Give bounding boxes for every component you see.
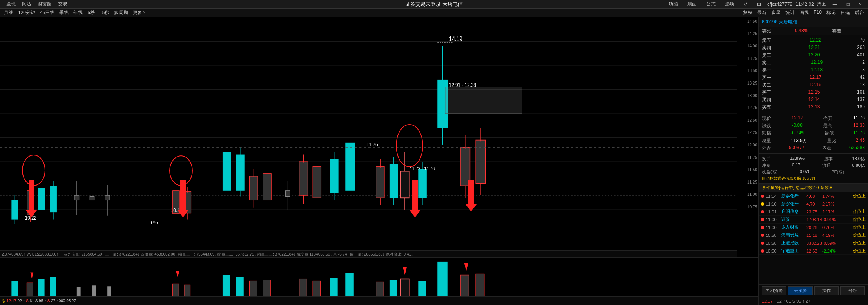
down-arrow-2-head (178, 210, 188, 217)
tb-f10[interactable]: F10 (811, 9, 824, 16)
jingzi-val: 0.17 (792, 162, 800, 168)
svg-text:11.76: 11.76 (366, 141, 378, 148)
menu-gongneng[interactable]: 功能 (665, 1, 681, 7)
alert-action-6[interactable]: 价位上 (853, 232, 866, 238)
shouyi-val: -0.070 (798, 169, 810, 175)
svg-rect-103 (249, 281, 257, 296)
svg-text:14.19: 14.19 (449, 35, 462, 43)
menu-settings-icon[interactable]: ⊡ (754, 2, 764, 7)
period-multiperiod[interactable]: 多周期 (112, 9, 130, 16)
alert-action-7[interactable]: 价位上 (853, 240, 866, 246)
sell-3-price: 12.20 (808, 52, 820, 59)
svg-rect-27 (105, 195, 110, 200)
period-120min[interactable]: 120分钟 (16, 9, 38, 16)
huanshou-row: 换手 12.89% 股本 13.0亿 (762, 155, 865, 162)
huanshou-label: 换手 (762, 156, 770, 162)
alerts-panel: 条件预警[运行中] 总品种数:10 条数:8 11:14 新乡化纤 4.68 1… (759, 184, 868, 284)
alert-action-1[interactable]: 价位上 (853, 193, 866, 199)
current-price-val: 12.17 (792, 115, 803, 122)
alert-row-1[interactable]: 11:14 新乡化纤 4.68 1.74% 价位上 (759, 192, 868, 200)
alert-row-3[interactable]: 11:01 启明信息 23.75 2.17% 价位上 (759, 208, 868, 216)
alert-time-6: 10:58 (766, 233, 780, 238)
svg-rect-106 (313, 281, 321, 296)
mini-stats: 92 ↑ 61 S 95 ↑ 27 (777, 299, 811, 303)
open-val: 11.76 (853, 115, 865, 122)
alert-time-3: 11:01 (766, 209, 780, 214)
alert-row-8[interactable]: 10:50 宇通重工 12.63 -2.24% 价位上 (759, 247, 868, 255)
alert-action-4[interactable]: 价位上 (853, 217, 866, 222)
sell-1-price: 12.18 (811, 67, 823, 74)
analysis-btn[interactable]: 分析 (840, 286, 865, 295)
price-tick-10: 12.25 (738, 130, 757, 135)
svg-rect-51 (313, 166, 321, 198)
cloud-alert-btn[interactable]: 云预警 (788, 286, 813, 295)
alert-name-1: 新乡化纤 (781, 193, 805, 199)
tb-houtai[interactable]: 后台 (852, 9, 866, 16)
sell-4-row: 卖四 12.21 268 (759, 44, 868, 52)
close-alert-btn[interactable]: 关闭预警 (762, 286, 786, 295)
weichai-label: 委差 (832, 28, 841, 34)
down-arrow-1 (29, 180, 34, 211)
period-quarter[interactable]: 季线 (57, 9, 71, 16)
menu-shuamian[interactable]: 刷面 (684, 1, 700, 7)
stock-code: 600198 大唐电信 (762, 19, 797, 25)
period-5s[interactable]: 5秒 (85, 9, 97, 16)
period-month[interactable]: 月线 (2, 9, 16, 16)
bottom-buttons: 关闭预警 云预警 操作 分析 (759, 284, 868, 297)
alert-name-2: 新乡化纤 (781, 201, 805, 207)
totalamt-label: 总量 (762, 137, 771, 144)
alert-row-6[interactable]: 10:58 海南发展 11.18 4.19% 价位上 (759, 231, 868, 239)
change-label: 涨跌 (762, 123, 771, 129)
buy-4-vol: 137 (857, 97, 865, 103)
alert-action-5[interactable]: 价位上 (853, 224, 866, 230)
svg-rect-113 (437, 262, 447, 296)
period-15s[interactable]: 15秒 (97, 9, 112, 16)
alert-row-5[interactable]: 11:00 东方财富 20.26 0.76% 价位上 (759, 224, 868, 231)
sell-5-label: 卖五 (762, 37, 771, 44)
volume-chart[interactable] (0, 257, 758, 296)
candlestick-chart[interactable]: 14.19 12.91 - 12.38 11.76 11.73 - 11.76 … (0, 17, 758, 258)
menu-gongshi[interactable]: 公式 (703, 1, 719, 7)
period-year[interactable]: 年线 (71, 9, 85, 16)
menu-caifuquan[interactable]: 财富圈 (34, 1, 55, 7)
chart-area[interactable]: 880490 (0, 17, 758, 305)
window-maximize[interactable]: □ (844, 2, 853, 7)
menu-wenda[interactable]: 问达 (19, 1, 34, 7)
buy-2-price: 12.16 (810, 82, 821, 88)
mini-price: 12.17 (762, 299, 773, 303)
tb-tongji[interactable]: 统计 (783, 9, 797, 16)
svg-rect-107 (330, 278, 338, 296)
right-menu: 功能 刷面 公式 选项 ↺ ⊡ cfjcz427778 11:42:02 周五 … (665, 1, 865, 7)
period-45day[interactable]: 45日线 (38, 9, 57, 16)
period-more[interactable]: 更多> (130, 9, 147, 16)
window-minimize[interactable]: — (830, 2, 841, 7)
window-close[interactable]: × (856, 2, 865, 7)
alert-row-7[interactable]: 10:58 上证指数 3382.23 0.59% 价位上 (759, 239, 868, 247)
alert-price-8: 12.63 (806, 249, 821, 253)
weekday: 周五 (817, 1, 826, 7)
tb-duoxing[interactable]: 多星 (769, 9, 783, 16)
alert-action-3[interactable]: 价位上 (853, 209, 866, 215)
svg-rect-68 (418, 169, 427, 198)
user-code: cfjcz427778 (767, 2, 792, 7)
tb-zuixin[interactable]: 最新 (755, 9, 769, 16)
alert-action-8[interactable]: 价位上 (853, 248, 866, 254)
alert-row-2[interactable]: 11:10 新乡化纤 4.70 2.17% (759, 200, 868, 208)
shouyi-label: 收益(亏) (762, 169, 777, 175)
tb-zixuan[interactable]: 自选 (838, 9, 852, 16)
menu-faxian[interactable]: 发现 (3, 1, 19, 7)
operation-btn[interactable]: 操作 (814, 286, 839, 295)
stats-area: 换手 12.89% 股本 13.0亿 净资 0.17 流通 8.80亿 收益(亏… (759, 154, 868, 184)
menu-refresh-icon[interactable]: ↺ (741, 2, 751, 7)
alert-row-4[interactable]: 11:00 证券 1708.14 0.91% 价位上 (759, 216, 868, 224)
tb-fuquan[interactable]: 复权 (741, 9, 755, 16)
svg-rect-98 (107, 286, 111, 296)
menu-xuanxiang[interactable]: 选项 (722, 1, 738, 7)
tb-biaoji[interactable]: 标记 (824, 9, 838, 16)
down-arrow-4-head (466, 204, 477, 211)
svg-rect-112 (418, 281, 426, 296)
tb-huaxian[interactable]: 画线 (797, 9, 811, 16)
buy-5-vol: 189 (857, 104, 865, 111)
menu-jiaoyi[interactable]: 交易 (55, 1, 71, 7)
waipan-val: 509377 (789, 145, 805, 152)
